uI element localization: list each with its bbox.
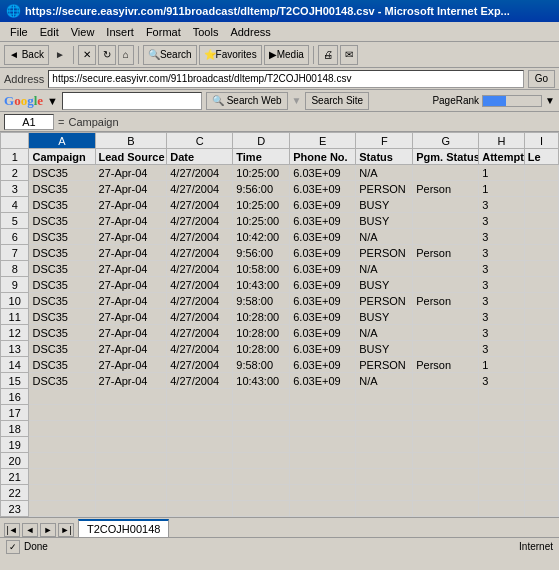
cell[interactable] bbox=[356, 421, 413, 437]
print-button[interactable]: 🖨 bbox=[318, 45, 338, 65]
cell[interactable]: 6.03E+09 bbox=[290, 277, 356, 293]
cell[interactable]: 27-Apr-04 bbox=[95, 277, 167, 293]
cell[interactable]: 4/27/2004 bbox=[167, 293, 233, 309]
cell[interactable] bbox=[524, 501, 558, 517]
cell[interactable] bbox=[167, 405, 233, 421]
cell[interactable] bbox=[524, 229, 558, 245]
cell[interactable] bbox=[290, 389, 356, 405]
mail-button[interactable]: ✉ bbox=[340, 45, 358, 65]
cell[interactable]: 4/27/2004 bbox=[167, 165, 233, 181]
cell[interactable]: 6.03E+09 bbox=[290, 309, 356, 325]
cell[interactable] bbox=[167, 389, 233, 405]
cell[interactable]: 9:58:00 bbox=[233, 293, 290, 309]
col-header-f[interactable]: F bbox=[356, 133, 413, 149]
cell[interactable]: DSC35 bbox=[29, 309, 95, 325]
google-search-web-button[interactable]: 🔍 Search Web bbox=[206, 92, 288, 110]
cell[interactable] bbox=[524, 181, 558, 197]
cell[interactable] bbox=[524, 293, 558, 309]
cell[interactable]: 1 bbox=[479, 357, 525, 373]
cell[interactable] bbox=[29, 453, 95, 469]
google-search-site-button[interactable]: Search Site bbox=[305, 92, 369, 110]
cell[interactable]: 6.03E+09 bbox=[290, 165, 356, 181]
cell[interactable] bbox=[524, 357, 558, 373]
cell[interactable]: 27-Apr-04 bbox=[95, 309, 167, 325]
cell[interactable] bbox=[356, 389, 413, 405]
cell[interactable] bbox=[356, 453, 413, 469]
cell[interactable] bbox=[233, 469, 290, 485]
cell[interactable]: 3 bbox=[479, 213, 525, 229]
cell[interactable]: 6.03E+09 bbox=[290, 357, 356, 373]
cell[interactable]: 4/27/2004 bbox=[167, 309, 233, 325]
cell[interactable] bbox=[233, 389, 290, 405]
cell[interactable]: 4/27/2004 bbox=[167, 325, 233, 341]
cell[interactable]: 10:43:00 bbox=[233, 373, 290, 389]
cell[interactable]: 6.03E+09 bbox=[290, 325, 356, 341]
cell[interactable]: 10:58:00 bbox=[233, 261, 290, 277]
cell[interactable]: DSC35 bbox=[29, 293, 95, 309]
cell[interactable]: 4/27/2004 bbox=[167, 277, 233, 293]
cell[interactable] bbox=[524, 245, 558, 261]
favorites-button[interactable]: ⭐ Favorites bbox=[199, 45, 262, 65]
cell[interactable] bbox=[167, 501, 233, 517]
cell[interactable]: N/A bbox=[356, 261, 413, 277]
google-search-input[interactable] bbox=[62, 92, 202, 110]
cell[interactable]: 10:25:00 bbox=[233, 213, 290, 229]
cell[interactable]: DSC35 bbox=[29, 245, 95, 261]
cell[interactable]: BUSY bbox=[356, 341, 413, 357]
cell[interactable]: Person bbox=[413, 245, 479, 261]
cell[interactable]: 27-Apr-04 bbox=[95, 373, 167, 389]
cell[interactable]: 4/27/2004 bbox=[167, 357, 233, 373]
cell[interactable]: Time bbox=[233, 149, 290, 165]
cell[interactable]: DSC35 bbox=[29, 261, 95, 277]
cell[interactable] bbox=[413, 165, 479, 181]
cell[interactable]: 27-Apr-04 bbox=[95, 261, 167, 277]
cell[interactable] bbox=[29, 437, 95, 453]
cell[interactable]: PERSON bbox=[356, 357, 413, 373]
cell[interactable]: 4/27/2004 bbox=[167, 181, 233, 197]
col-header-g[interactable]: G bbox=[413, 133, 479, 149]
cell[interactable] bbox=[29, 405, 95, 421]
cell[interactable]: 4/27/2004 bbox=[167, 373, 233, 389]
cell[interactable]: Status bbox=[356, 149, 413, 165]
cell[interactable]: Lead Source bbox=[95, 149, 167, 165]
cell[interactable]: 1 bbox=[479, 165, 525, 181]
cell[interactable] bbox=[524, 405, 558, 421]
cell[interactable]: 27-Apr-04 bbox=[95, 245, 167, 261]
forward-button[interactable]: ► bbox=[51, 47, 69, 62]
cell[interactable]: 3 bbox=[479, 245, 525, 261]
cell[interactable]: 10:25:00 bbox=[233, 165, 290, 181]
cell[interactable] bbox=[524, 469, 558, 485]
cell[interactable] bbox=[524, 341, 558, 357]
cell[interactable]: 27-Apr-04 bbox=[95, 229, 167, 245]
cell[interactable]: 9:56:00 bbox=[233, 181, 290, 197]
cell[interactable] bbox=[524, 197, 558, 213]
cell[interactable] bbox=[95, 405, 167, 421]
cell[interactable]: BUSY bbox=[356, 213, 413, 229]
cell[interactable]: 27-Apr-04 bbox=[95, 357, 167, 373]
back-button[interactable]: ◄ Back bbox=[4, 45, 49, 65]
cell[interactable]: 27-Apr-04 bbox=[95, 181, 167, 197]
cell[interactable] bbox=[413, 197, 479, 213]
cell[interactable] bbox=[413, 389, 479, 405]
cell[interactable]: 3 bbox=[479, 325, 525, 341]
cell[interactable]: 6.03E+09 bbox=[290, 229, 356, 245]
cell[interactable] bbox=[413, 229, 479, 245]
home-button[interactable]: ⌂ bbox=[118, 45, 134, 65]
cell[interactable] bbox=[413, 261, 479, 277]
cell[interactable]: DSC35 bbox=[29, 213, 95, 229]
cell[interactable] bbox=[524, 165, 558, 181]
cell[interactable] bbox=[413, 341, 479, 357]
cell[interactable]: Le bbox=[524, 149, 558, 165]
cell[interactable]: DSC35 bbox=[29, 373, 95, 389]
cell[interactable]: PERSON bbox=[356, 245, 413, 261]
cell[interactable]: 3 bbox=[479, 293, 525, 309]
cell[interactable] bbox=[95, 469, 167, 485]
cell[interactable]: 6.03E+09 bbox=[290, 213, 356, 229]
cell[interactable]: 6.03E+09 bbox=[290, 197, 356, 213]
cell[interactable]: 4/27/2004 bbox=[167, 245, 233, 261]
cell[interactable] bbox=[413, 309, 479, 325]
cell[interactable]: 10:28:00 bbox=[233, 341, 290, 357]
cell[interactable]: BUSY bbox=[356, 309, 413, 325]
refresh-button[interactable]: ↻ bbox=[98, 45, 116, 65]
cell[interactable] bbox=[167, 437, 233, 453]
